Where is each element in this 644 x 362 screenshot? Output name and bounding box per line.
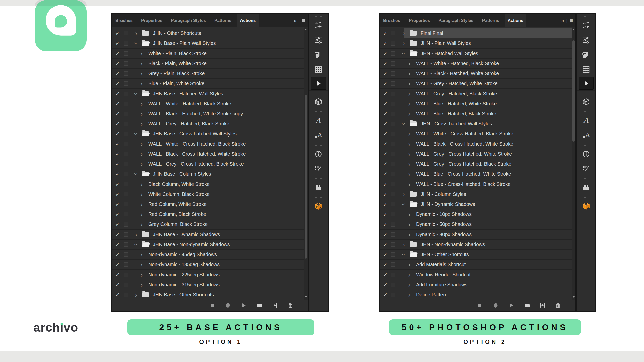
action-row[interactable]: WALL - White - Hatched, Black Stroke <box>112 99 308 109</box>
scroll-up-arrow-icon[interactable] <box>572 29 575 30</box>
expand-chevron-icon[interactable] <box>139 81 144 86</box>
info-icon[interactable] <box>577 147 595 161</box>
action-row[interactable]: Add Materials Shortcut <box>380 260 575 270</box>
panel-tab[interactable]: Paragraph Styles <box>435 14 476 27</box>
load-set-folder-button[interactable] <box>524 302 530 309</box>
action-row[interactable]: WALL - Black - Cross-Hatched, White Stro… <box>112 149 308 159</box>
expand-chevron-icon[interactable] <box>401 51 406 56</box>
dialog-toggle-box[interactable] <box>124 172 128 176</box>
action-row[interactable]: WALL - Grey - Cross-Hatched, White Strok… <box>380 149 575 159</box>
expand-chevron-icon[interactable] <box>401 121 406 126</box>
action-row[interactable]: Non-dynamic - 315deg Shadows <box>112 280 308 290</box>
expand-chevron-icon[interactable] <box>134 131 138 137</box>
dialog-toggle-box[interactable] <box>391 71 395 76</box>
action-row[interactable]: JHN - Other Shortcuts <box>112 28 308 38</box>
action-row[interactable]: JHN Base - Dynamic Shadows <box>112 230 308 240</box>
action-row[interactable]: Grey - Plain, Black Stroke <box>112 69 308 79</box>
delete-trash-button[interactable] <box>555 302 561 309</box>
include-checkmark-icon[interactable] <box>383 131 390 137</box>
properties-sliders-icon[interactable] <box>577 33 595 48</box>
dialog-toggle-box[interactable] <box>124 41 128 46</box>
dialog-toggle-box[interactable] <box>124 242 128 247</box>
action-row[interactable]: JHN Base - Hatched Wall Styles <box>112 89 308 99</box>
include-checkmark-icon[interactable] <box>383 30 390 36</box>
include-checkmark-icon[interactable] <box>115 292 122 298</box>
action-row[interactable]: WALL - Blue - Hatched, Black Stroke <box>380 109 575 119</box>
expand-chevron-icon[interactable] <box>139 61 144 66</box>
panel-overflow-icon[interactable]: » <box>561 17 564 24</box>
action-row[interactable]: JHN Base - Cross-hatched Wall Styles <box>112 129 308 139</box>
drag-handle[interactable] <box>315 197 322 198</box>
panel-tab[interactable]: Actions <box>237 14 259 27</box>
fx-plugin-cube-icon[interactable]: FX <box>577 199 595 214</box>
stop-button[interactable] <box>209 302 216 309</box>
include-checkmark-icon[interactable] <box>383 141 390 147</box>
include-checkmark-icon[interactable] <box>383 121 390 127</box>
include-checkmark-icon[interactable] <box>383 272 390 278</box>
include-checkmark-icon[interactable] <box>115 221 122 228</box>
patterns-icon[interactable] <box>577 62 595 77</box>
expand-chevron-icon[interactable] <box>139 101 144 106</box>
include-checkmark-icon[interactable] <box>115 101 122 107</box>
drag-handle[interactable] <box>583 111 589 112</box>
drag-handle[interactable] <box>583 178 589 179</box>
dialog-toggle-box[interactable] <box>124 112 128 116</box>
plugin-brick-icon[interactable] <box>309 180 328 195</box>
include-checkmark-icon[interactable] <box>383 181 390 187</box>
dialog-toggle-box[interactable] <box>124 51 128 56</box>
dialog-toggle-box[interactable] <box>124 202 128 206</box>
include-checkmark-icon[interactable] <box>115 61 122 67</box>
panel-tab[interactable]: Paragraph Styles <box>168 14 209 27</box>
dialog-toggle-box[interactable] <box>124 162 128 166</box>
action-row[interactable]: WALL - Black - Hatched, White Stroke <box>380 69 575 79</box>
action-row[interactable]: WALL - Black - Cross-Hatched, White Stro… <box>380 139 575 149</box>
expand-chevron-icon[interactable] <box>407 272 412 277</box>
action-row[interactable]: Non-dynamic - 45deg Shadows <box>112 250 308 260</box>
paragraph-styles-icon[interactable] <box>577 48 595 62</box>
include-checkmark-icon[interactable] <box>115 252 122 258</box>
include-checkmark-icon[interactable] <box>115 201 122 207</box>
action-row[interactable]: WALL - Grey - Hatched, Black Stroke <box>112 119 308 129</box>
action-row[interactable]: WALL - White - Hatched, Black Stroke <box>380 59 575 69</box>
3d-cube-icon[interactable] <box>577 95 595 109</box>
dialog-toggle-box[interactable] <box>391 202 395 206</box>
include-checkmark-icon[interactable] <box>383 151 390 157</box>
include-checkmark-icon[interactable] <box>383 81 390 87</box>
include-checkmark-icon[interactable] <box>115 171 122 177</box>
dialog-toggle-box[interactable] <box>124 31 128 35</box>
3d-cube-icon[interactable] <box>309 95 328 109</box>
scroll-down-arrow-icon[interactable] <box>572 296 575 298</box>
dialog-toggle-box[interactable] <box>391 81 395 86</box>
expand-chevron-icon[interactable] <box>139 51 144 56</box>
action-row[interactable]: Red Column, Black Stroke <box>112 209 308 219</box>
expand-chevron-icon[interactable] <box>407 212 412 217</box>
include-checkmark-icon[interactable] <box>383 101 390 107</box>
record-button[interactable] <box>492 302 499 309</box>
drag-handle[interactable] <box>315 111 322 112</box>
action-row[interactable]: WALL - Grey - Cross-Hatched, Black Strok… <box>112 159 308 169</box>
include-checkmark-icon[interactable] <box>383 71 390 77</box>
dialog-toggle-box[interactable] <box>124 122 128 126</box>
expand-chevron-icon[interactable] <box>139 121 144 126</box>
scrollbar-thumb[interactable] <box>572 40 575 141</box>
include-checkmark-icon[interactable] <box>383 242 390 248</box>
drag-handle[interactable] <box>583 93 589 93</box>
load-set-folder-button[interactable] <box>256 302 262 309</box>
action-row[interactable]: Black - Plain, White Stroke <box>112 59 308 69</box>
dialog-toggle-box[interactable] <box>124 283 128 287</box>
play-button[interactable] <box>508 302 514 309</box>
expand-chevron-icon[interactable] <box>134 41 138 46</box>
dialog-toggle-box[interactable] <box>124 132 128 136</box>
expand-chevron-icon[interactable] <box>134 242 138 247</box>
dialog-toggle-box[interactable] <box>391 102 395 106</box>
include-checkmark-icon[interactable] <box>115 71 122 77</box>
include-checkmark-icon[interactable] <box>115 141 122 147</box>
dialog-toggle-box[interactable] <box>391 51 395 56</box>
expand-chevron-icon[interactable] <box>139 182 144 187</box>
expand-chevron-icon[interactable] <box>407 131 412 137</box>
panel-menu-icon[interactable]: ≡ <box>570 17 573 24</box>
tool-presets-icon[interactable] <box>577 161 595 176</box>
include-checkmark-icon[interactable] <box>115 211 122 217</box>
expand-chevron-icon[interactable] <box>407 222 412 227</box>
action-row[interactable]: Dynamic - 50px Shadows <box>380 219 575 230</box>
